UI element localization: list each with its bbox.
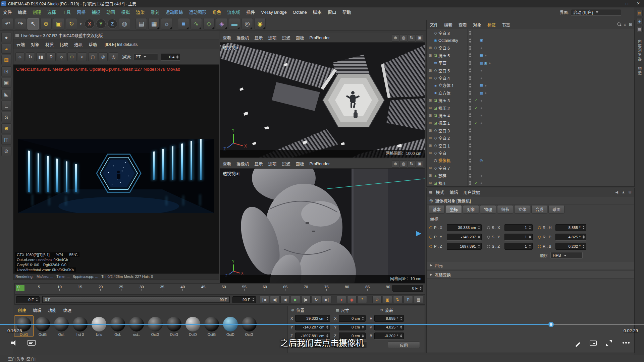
visibility-dots[interactable] [467, 164, 473, 172]
spinner[interactable] [399, 316, 402, 321]
object-name[interactable]: 放样 [438, 173, 467, 178]
goto-start-button[interactable]: |◀ [260, 296, 269, 303]
attribute-tab[interactable]: 物理 [480, 205, 496, 214]
spinner[interactable] [326, 316, 329, 321]
expand-toggle-icon[interactable]: ⊞ [428, 144, 433, 147]
object-row[interactable]: ⊞ ◇ 空白 [427, 149, 634, 157]
visibility-dots[interactable] [467, 149, 473, 157]
toggle-view-icon[interactable]: ▣ [416, 160, 423, 168]
material-ball-icon[interactable]: ● [480, 113, 483, 117]
spinner[interactable] [477, 225, 480, 230]
next-frame-button[interactable]: |▶ [301, 296, 311, 303]
material-tile[interactable]: Ocl. [52, 316, 71, 337]
history-back-icon[interactable]: ◀ [615, 190, 618, 194]
material-tile[interactable]: OctG [146, 316, 165, 337]
material-tile[interactable]: OctG [14, 316, 33, 337]
object-tag-icon[interactable]: ▦ [480, 53, 484, 58]
material-tile[interactable]: OctD [183, 316, 202, 337]
menu-item[interactable]: 创建 [14, 307, 30, 313]
visibility-dots[interactable] [467, 89, 473, 97]
menu-item[interactable]: 编辑 [30, 307, 45, 313]
x-axis-lock-button[interactable]: X [85, 19, 95, 29]
keyframe-dot-icon[interactable] [429, 226, 432, 229]
render-view-button[interactable]: ▤ [136, 18, 147, 29]
menu-item[interactable]: 显示 [252, 161, 266, 167]
spinner[interactable] [361, 316, 364, 321]
dock-vertical-tab[interactable]: 内容浏览器 [637, 40, 642, 61]
object-name[interactable]: 挤压 [438, 180, 467, 186]
channel-dropdown[interactable]: PT [133, 54, 158, 60]
spinner[interactable] [528, 244, 531, 249]
object-tag-icon[interactable]: ▦▣ [480, 61, 488, 65]
menu-item[interactable]: 材质 [42, 41, 57, 48]
material-ball-icon[interactable]: ● [480, 121, 483, 125]
material-ball-icon[interactable]: ● [480, 99, 483, 103]
spinner[interactable] [419, 286, 422, 291]
add-deformer-button[interactable]: ◈ [216, 18, 227, 29]
live-viewer-title-bar[interactable]: Live Viewer 3.07-R2 中国C4D联盟中文汉化版 [13, 31, 219, 40]
object-row[interactable]: ⊞ ◇ 空白.4 ● [427, 74, 634, 81]
visibility-dots[interactable] [467, 157, 473, 164]
material-tile[interactable]: Urls [90, 316, 108, 337]
goto-end-button[interactable]: ▶| [322, 296, 331, 303]
visibility-dots[interactable] [467, 67, 473, 74]
menu-item[interactable]: 模式 [433, 189, 447, 195]
object-name[interactable]: 空白.2 [438, 135, 467, 141]
render-settings-button[interactable]: ☼ [161, 18, 172, 29]
menu-item[interactable]: 面板 [293, 161, 307, 167]
object-tag-icon[interactable]: ◎ [480, 158, 484, 163]
add-camera-button[interactable]: ◎ [241, 18, 253, 29]
spinner[interactable] [528, 225, 531, 230]
object-name[interactable]: 空白.7 [438, 165, 467, 171]
rotation-field[interactable]: -0.202 ° [555, 243, 586, 250]
key-scale-toggle[interactable]: ▣ [383, 296, 392, 303]
object-name[interactable]: 空白.4 [438, 75, 467, 81]
video-progress-played[interactable] [0, 324, 551, 325]
menu-item[interactable]: 编辑 [15, 7, 30, 17]
visibility-dots[interactable] [467, 172, 473, 179]
menu-item[interactable]: 模拟 [118, 7, 133, 17]
rotation-field[interactable]: 8.855 ° [555, 224, 586, 231]
pick-focus-icon[interactable]: ◎ [99, 52, 108, 61]
menu-item[interactable]: 雕刻 [148, 7, 162, 17]
menu-item[interactable]: 用户数据 [461, 189, 483, 195]
z-axis-lock-button[interactable]: Z [107, 19, 117, 29]
expand-toggle-icon[interactable]: ⊞ [428, 76, 433, 80]
menu-item-prorender[interactable]: ProRender [307, 36, 332, 40]
menu-item[interactable]: 摄像机 [234, 161, 252, 167]
material-ball-icon[interactable]: ● [480, 68, 483, 72]
object-name[interactable]: 挤压.4 [438, 113, 467, 118]
samples-field[interactable]: 0.4 [161, 54, 180, 60]
enable-axis-icon[interactable]: ⊕ [1, 123, 11, 133]
order-dropdown[interactable]: HPB [550, 252, 583, 259]
scale-button[interactable]: ▣ [53, 18, 64, 29]
object-row[interactable]: ⊞ ◪ 挤压.3 ✓ ● [427, 97, 634, 104]
menu-item[interactable]: 文件 [427, 21, 441, 28]
menu-item[interactable]: 编辑 [447, 189, 461, 195]
object-name[interactable]: 空白.1 [438, 143, 467, 148]
object-tag-icon[interactable]: ▦ [480, 83, 484, 87]
menu-item[interactable]: 过滤 [279, 35, 293, 41]
menu-item[interactable]: 网格 [74, 7, 89, 17]
spinner[interactable] [528, 234, 531, 240]
add-light-button[interactable]: ◉ [254, 18, 266, 29]
rotation-field[interactable]: 8.855 ° [374, 315, 404, 322]
menu-item[interactable]: 流水线 [224, 7, 243, 17]
expand-toggle-icon[interactable]: ⊞ [428, 151, 433, 155]
expand-toggle-icon[interactable]: ⊞ [428, 174, 433, 177]
redo-button[interactable]: ↷ [15, 18, 26, 29]
close-button[interactable]: ✕ [633, 0, 644, 7]
object-row[interactable]: ⊞ ◇ 空白.1 [427, 142, 634, 149]
position-field[interactable]: 39.333 cm [447, 224, 482, 231]
video-progress-handle[interactable] [548, 322, 554, 327]
menu-item[interactable]: 创建 [30, 7, 44, 17]
parent-icon[interactable]: ▲ [622, 190, 625, 194]
menu-item[interactable]: 动画 [103, 7, 118, 17]
keyframe-dot-icon[interactable] [487, 236, 490, 239]
enable-check-icon[interactable]: ✓ [473, 98, 479, 103]
visibility-dots[interactable] [467, 104, 473, 112]
visibility-dots[interactable] [467, 119, 473, 127]
y-axis-lock-button[interactable]: Y [96, 19, 106, 29]
menu-item[interactable]: 对象 [28, 41, 42, 48]
object-row[interactable]: ◇ 空白.8 [427, 29, 634, 37]
